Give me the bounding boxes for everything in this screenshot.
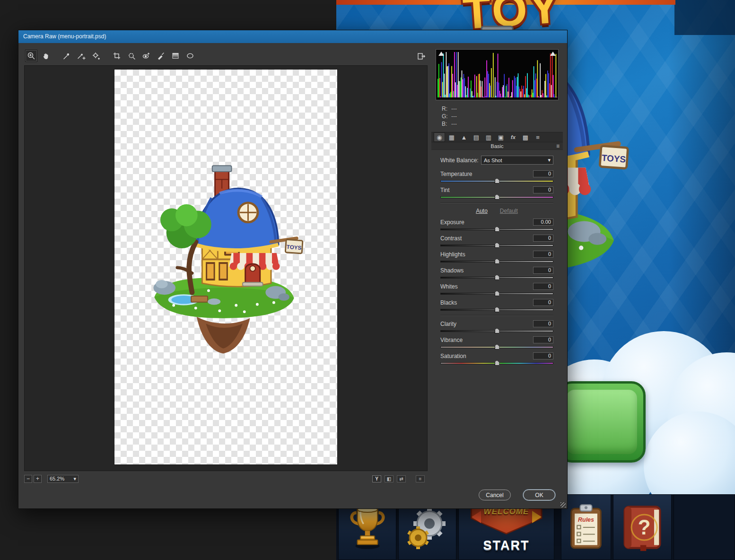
shadows-value[interactable]: 0 [533,267,553,274]
toyshop-artwork-preview [128,122,321,360]
tab-hsl-grayscale[interactable]: ▤ [471,132,482,142]
dialog-titlebar[interactable]: Camera Raw (menu-portrait.psd) [18,30,567,43]
clarity-slider-thumb[interactable] [495,328,499,333]
menu-strip-filler [674,494,735,560]
slider-temperature: Temperature0 [440,170,553,182]
top-right-dark-corner [674,0,735,35]
slider-highlights: Highlights0 [440,251,553,262]
slider-exposure: Exposure0.00 [440,219,553,230]
saturation-slider-thumb[interactable] [495,360,499,366]
preview-pane [24,65,428,471]
whites-slider-thumb[interactable] [495,291,499,296]
exposure-slider-thumb[interactable] [495,227,499,232]
tint-slider-thumb[interactable] [495,194,499,200]
tab-camera-calibration[interactable]: ▩ [520,132,531,142]
dialog-title: Camera Raw (menu-portrait.psd) [23,33,106,40]
zoom-in-button[interactable]: + [34,475,42,483]
banner-right-arrow-icon [532,511,542,523]
graduated-filter-tool-icon[interactable] [169,50,182,62]
highlights-slider-thumb[interactable] [495,259,499,264]
vibrance-value[interactable]: 0 [533,336,553,343]
saturation-value[interactable]: 0 [533,352,553,359]
book-question-mark: ? [638,515,651,538]
temperature-value[interactable]: 0 [533,170,553,177]
zoom-tool-icon[interactable] [25,50,37,62]
shadow-clipping-warning-icon[interactable] [438,52,444,56]
tab-lens-corrections[interactable]: ▣ [495,132,507,142]
tab-detail[interactable]: ▲ [458,132,470,142]
camera-raw-dialog: Camera Raw (menu-portrait.psd) [18,30,568,509]
spot-removal-tool-icon[interactable] [125,50,138,62]
radial-filter-tool-icon[interactable] [184,50,196,62]
slider-tint: Tint0 [440,186,553,198]
menu-green-button[interactable] [558,381,646,463]
panel-menu-icon[interactable]: ≡ [556,142,560,150]
white-balance-tool-icon[interactable] [61,50,73,62]
tab-basic[interactable]: ◉ [434,132,445,142]
tab-tone-curve[interactable]: ▦ [446,132,457,142]
zoom-bar: − + 65.2% ▾ Y ◧ ⇄ ≡ [24,474,428,483]
chevron-down-icon: ▾ [548,157,551,163]
before-after-left-icon[interactable]: ◧ [385,475,394,482]
panel-tabstrip: ◉ ▦ ▲ ▤ ▥ ▣ fx ▩ ≡ [431,132,563,142]
slider-vibrance: Vibrance0 [440,336,553,348]
exposure-value[interactable]: 0.00 [533,219,553,226]
crop-tool-icon[interactable] [111,50,123,62]
rules-button[interactable]: Rules [561,494,611,560]
slider-clarity: Clarity0 [440,320,553,332]
slider-blacks: Blacks0 [440,299,553,311]
trophy-icon [347,505,388,550]
tab-effects[interactable]: fx [508,132,519,142]
basic-panel-header: Basic ≡ [431,142,563,150]
highlight-clipping-warning-icon[interactable] [550,52,556,56]
zoom-out-button[interactable]: − [24,475,32,483]
help-book-icon: ? [620,503,665,552]
start-label: START [483,538,530,553]
banner-left-arrow-icon [472,511,481,523]
resize-grip[interactable] [560,502,566,508]
help-book-button[interactable]: ? [613,494,672,560]
blacks-value[interactable]: 0 [533,299,553,306]
whites-value[interactable]: 0 [533,283,553,290]
cancel-button[interactable]: Cancel [479,490,511,500]
rules-label: Rules [578,516,594,523]
temperature-slider-thumb[interactable] [495,178,499,184]
vibrance-slider-thumb[interactable] [495,344,499,350]
slider-shadows: Shadows0 [440,267,553,279]
image-canvas[interactable] [114,70,337,464]
tab-presets[interactable]: ≡ [532,132,543,142]
zoom-level-value: 65.2% [50,476,64,481]
white-balance-select[interactable]: As Shot ▾ [481,156,553,165]
ok-button[interactable]: OK [523,490,555,500]
before-after-swap-icon[interactable]: ⇄ [397,475,406,482]
red-eye-tool-icon[interactable] [140,50,152,62]
contrast-slider-thumb[interactable] [495,243,499,248]
tint-value[interactable]: 0 [533,186,553,193]
default-link[interactable]: Default [500,208,518,214]
adjustments-panel: R:--- G:--- B:--- ◉ ▦ ▲ ▤ ▥ ▣ fx ▩ ≡ Bas… [431,46,563,483]
rgb-readout: R:--- G:--- B:--- [442,105,563,128]
color-sampler-tool-icon[interactable] [75,50,88,62]
divider [440,202,553,203]
targeted-adjustment-tool-icon[interactable] [90,50,102,62]
toggle-fullscreen-icon[interactable] [415,50,427,62]
hand-tool-icon[interactable] [40,50,52,62]
clarity-value[interactable]: 0 [533,320,553,327]
highlights-value[interactable]: 0 [533,251,553,258]
blacks-slider-thumb[interactable] [495,307,499,312]
rules-clipboard-icon: Rules [566,504,606,551]
shadows-slider-thumb[interactable] [495,275,499,280]
auto-link[interactable]: Auto [476,208,488,214]
slider-saturation: Saturation0 [440,352,553,364]
zoom-level-select[interactable]: 65.2% ▾ [47,475,79,483]
white-balance-label: White Balance: [440,157,479,164]
adjustment-brush-tool-icon[interactable] [155,50,167,62]
tab-split-toning[interactable]: ▥ [483,132,494,142]
divider [440,315,553,316]
preview-preferences-icon[interactable]: ≡ [416,475,425,482]
preview-mode-toggle[interactable]: Y [372,475,381,482]
slider-whites: Whites0 [440,283,553,295]
camera-raw-toolbar [25,49,196,62]
contrast-value[interactable]: 0 [533,235,553,242]
gears-icon [405,504,450,551]
